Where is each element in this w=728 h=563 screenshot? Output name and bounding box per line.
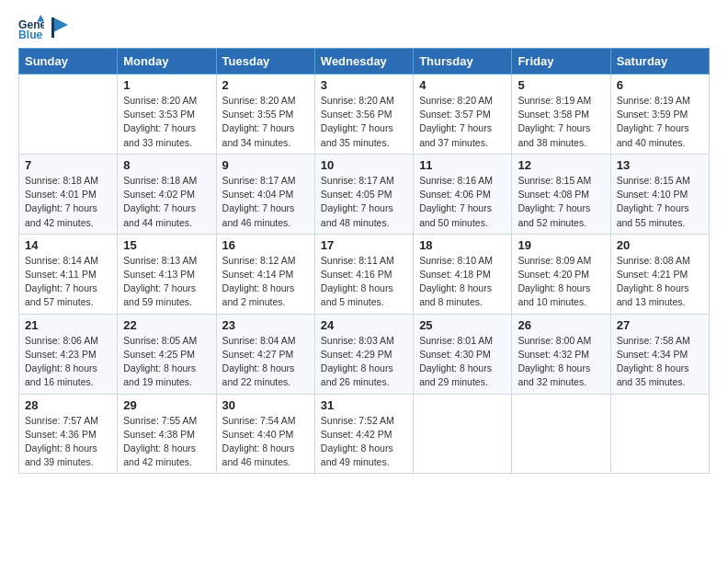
day-number: 21 xyxy=(25,318,111,332)
day-number: 15 xyxy=(123,238,210,252)
calendar-cell xyxy=(19,75,118,155)
calendar-week-row: 1Sunrise: 8:20 AM Sunset: 3:53 PM Daylig… xyxy=(19,75,710,155)
day-info: Sunrise: 8:11 AM Sunset: 4:16 PM Dayligh… xyxy=(321,254,407,310)
calendar-cell: 20Sunrise: 8:08 AM Sunset: 4:21 PM Dayli… xyxy=(610,234,709,314)
calendar-cell: 11Sunrise: 8:16 AM Sunset: 4:06 PM Dayli… xyxy=(414,154,512,234)
calendar-cell xyxy=(512,394,610,474)
header-saturday: Saturday xyxy=(610,49,709,75)
day-number: 16 xyxy=(222,238,309,252)
calendar-cell: 17Sunrise: 8:11 AM Sunset: 4:16 PM Dayli… xyxy=(314,234,413,314)
day-info: Sunrise: 7:58 AM Sunset: 4:34 PM Dayligh… xyxy=(617,334,703,390)
logo-flag-icon xyxy=(51,17,68,38)
calendar-cell: 23Sunrise: 8:04 AM Sunset: 4:27 PM Dayli… xyxy=(216,314,314,394)
day-info: Sunrise: 8:12 AM Sunset: 4:14 PM Dayligh… xyxy=(222,254,309,310)
calendar-cell: 31Sunrise: 7:52 AM Sunset: 4:42 PM Dayli… xyxy=(314,394,413,474)
day-number: 17 xyxy=(321,238,407,252)
header-tuesday: Tuesday xyxy=(216,49,314,75)
calendar-cell: 24Sunrise: 8:03 AM Sunset: 4:29 PM Dayli… xyxy=(314,314,413,394)
day-number: 27 xyxy=(617,318,703,332)
header-sunday: Sunday xyxy=(19,49,118,75)
day-number: 6 xyxy=(617,78,703,92)
calendar-cell: 2Sunrise: 8:20 AM Sunset: 3:55 PM Daylig… xyxy=(216,75,314,155)
day-info: Sunrise: 8:08 AM Sunset: 4:21 PM Dayligh… xyxy=(617,254,703,310)
day-number: 29 xyxy=(123,398,210,412)
day-info: Sunrise: 8:18 AM Sunset: 4:02 PM Dayligh… xyxy=(123,174,210,230)
day-info: Sunrise: 8:16 AM Sunset: 4:06 PM Dayligh… xyxy=(419,174,506,230)
day-info: Sunrise: 8:18 AM Sunset: 4:01 PM Dayligh… xyxy=(25,174,111,230)
calendar-cell: 3Sunrise: 8:20 AM Sunset: 3:56 PM Daylig… xyxy=(314,75,413,155)
day-number: 7 xyxy=(25,158,111,172)
day-number: 8 xyxy=(123,158,210,172)
day-info: Sunrise: 7:54 AM Sunset: 4:40 PM Dayligh… xyxy=(222,414,309,470)
day-number: 4 xyxy=(419,78,506,92)
day-number: 12 xyxy=(518,158,604,172)
day-info: Sunrise: 8:10 AM Sunset: 4:18 PM Dayligh… xyxy=(419,254,506,310)
day-number: 9 xyxy=(222,158,309,172)
header-monday: Monday xyxy=(118,49,216,75)
calendar-cell: 5Sunrise: 8:19 AM Sunset: 3:58 PM Daylig… xyxy=(512,75,610,155)
day-number: 3 xyxy=(321,78,407,92)
logo-icon: General Blue xyxy=(18,15,44,40)
day-info: Sunrise: 8:01 AM Sunset: 4:30 PM Dayligh… xyxy=(419,334,506,390)
day-info: Sunrise: 8:09 AM Sunset: 4:20 PM Dayligh… xyxy=(518,254,604,310)
calendar-cell: 18Sunrise: 8:10 AM Sunset: 4:18 PM Dayli… xyxy=(414,234,512,314)
calendar-cell: 4Sunrise: 8:20 AM Sunset: 3:57 PM Daylig… xyxy=(414,75,512,155)
calendar-cell: 22Sunrise: 8:05 AM Sunset: 4:25 PM Dayli… xyxy=(118,314,216,394)
day-info: Sunrise: 8:19 AM Sunset: 3:58 PM Dayligh… xyxy=(518,94,604,150)
day-info: Sunrise: 8:06 AM Sunset: 4:23 PM Dayligh… xyxy=(25,334,111,390)
day-info: Sunrise: 8:15 AM Sunset: 4:08 PM Dayligh… xyxy=(518,174,604,230)
day-info: Sunrise: 7:52 AM Sunset: 4:42 PM Dayligh… xyxy=(321,414,407,470)
header-wednesday: Wednesday xyxy=(314,49,413,75)
calendar-cell: 8Sunrise: 8:18 AM Sunset: 4:02 PM Daylig… xyxy=(118,154,216,234)
day-info: Sunrise: 8:05 AM Sunset: 4:25 PM Dayligh… xyxy=(123,334,210,390)
calendar-cell: 16Sunrise: 8:12 AM Sunset: 4:14 PM Dayli… xyxy=(216,234,314,314)
calendar-table: SundayMondayTuesdayWednesdayThursdayFrid… xyxy=(18,48,710,474)
calendar-cell: 26Sunrise: 8:00 AM Sunset: 4:32 PM Dayli… xyxy=(512,314,610,394)
calendar-cell: 21Sunrise: 8:06 AM Sunset: 4:23 PM Dayli… xyxy=(19,314,118,394)
day-number: 28 xyxy=(25,398,111,412)
calendar-cell: 28Sunrise: 7:57 AM Sunset: 4:36 PM Dayli… xyxy=(19,394,118,474)
calendar-week-row: 14Sunrise: 8:14 AM Sunset: 4:11 PM Dayli… xyxy=(19,234,710,314)
calendar-cell xyxy=(414,394,512,474)
day-number: 5 xyxy=(518,78,604,92)
calendar-week-row: 7Sunrise: 8:18 AM Sunset: 4:01 PM Daylig… xyxy=(19,154,710,234)
day-number: 24 xyxy=(321,318,407,332)
calendar-cell: 10Sunrise: 8:17 AM Sunset: 4:05 PM Dayli… xyxy=(314,154,413,234)
calendar-cell: 29Sunrise: 7:55 AM Sunset: 4:38 PM Dayli… xyxy=(118,394,216,474)
calendar-cell: 1Sunrise: 8:20 AM Sunset: 3:53 PM Daylig… xyxy=(118,75,216,155)
calendar-cell: 6Sunrise: 8:19 AM Sunset: 3:59 PM Daylig… xyxy=(610,75,709,155)
logo: General Blue xyxy=(18,15,68,40)
calendar-cell: 7Sunrise: 8:18 AM Sunset: 4:01 PM Daylig… xyxy=(19,154,118,234)
calendar-cell: 27Sunrise: 7:58 AM Sunset: 4:34 PM Dayli… xyxy=(610,314,709,394)
calendar-week-row: 28Sunrise: 7:57 AM Sunset: 4:36 PM Dayli… xyxy=(19,394,710,474)
day-number: 1 xyxy=(123,78,210,92)
header-friday: Friday xyxy=(512,49,610,75)
calendar-cell: 30Sunrise: 7:54 AM Sunset: 4:40 PM Dayli… xyxy=(216,394,314,474)
calendar-cell xyxy=(610,394,709,474)
day-number: 2 xyxy=(222,78,309,92)
day-info: Sunrise: 8:13 AM Sunset: 4:13 PM Dayligh… xyxy=(123,254,210,310)
day-info: Sunrise: 8:00 AM Sunset: 4:32 PM Dayligh… xyxy=(518,334,604,390)
day-number: 23 xyxy=(222,318,309,332)
day-number: 13 xyxy=(617,158,703,172)
day-number: 18 xyxy=(419,238,506,252)
calendar-week-row: 21Sunrise: 8:06 AM Sunset: 4:23 PM Dayli… xyxy=(19,314,710,394)
day-info: Sunrise: 7:55 AM Sunset: 4:38 PM Dayligh… xyxy=(123,414,210,470)
day-info: Sunrise: 8:14 AM Sunset: 4:11 PM Dayligh… xyxy=(25,254,111,310)
calendar-cell: 12Sunrise: 8:15 AM Sunset: 4:08 PM Dayli… xyxy=(512,154,610,234)
day-number: 30 xyxy=(222,398,309,412)
calendar-cell: 19Sunrise: 8:09 AM Sunset: 4:20 PM Dayli… xyxy=(512,234,610,314)
calendar-cell: 15Sunrise: 8:13 AM Sunset: 4:13 PM Dayli… xyxy=(118,234,216,314)
svg-marker-3 xyxy=(53,17,68,32)
day-number: 11 xyxy=(419,158,506,172)
day-info: Sunrise: 8:15 AM Sunset: 4:10 PM Dayligh… xyxy=(617,174,703,230)
day-info: Sunrise: 7:57 AM Sunset: 4:36 PM Dayligh… xyxy=(25,414,111,470)
day-info: Sunrise: 8:20 AM Sunset: 3:55 PM Dayligh… xyxy=(222,94,309,150)
header-thursday: Thursday xyxy=(414,49,512,75)
day-info: Sunrise: 8:20 AM Sunset: 3:56 PM Dayligh… xyxy=(321,94,407,150)
day-info: Sunrise: 8:17 AM Sunset: 4:04 PM Dayligh… xyxy=(222,174,309,230)
day-number: 31 xyxy=(321,398,407,412)
svg-text:Blue: Blue xyxy=(18,29,43,40)
calendar-cell: 9Sunrise: 8:17 AM Sunset: 4:04 PM Daylig… xyxy=(216,154,314,234)
day-number: 14 xyxy=(25,238,111,252)
